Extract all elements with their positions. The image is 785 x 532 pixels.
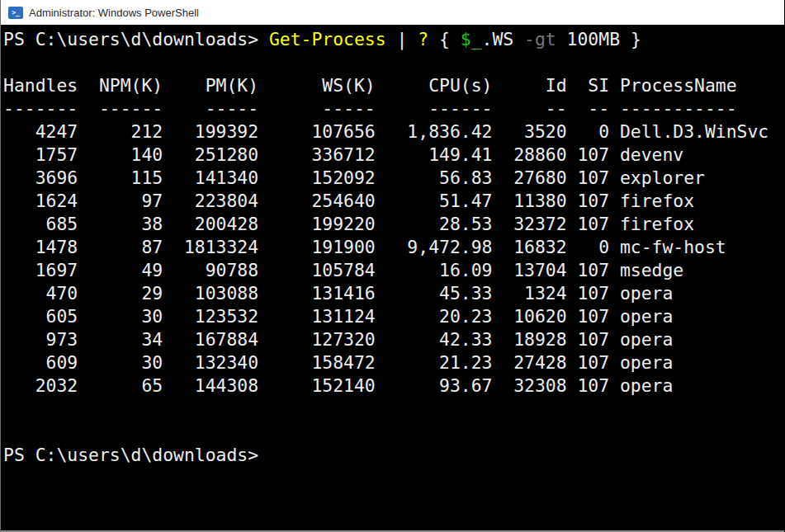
- command-segment-default: PS C:\users\d\downloads>: [3, 29, 269, 49]
- table-row-line: 470 29 103088 131416 45.33 1324 107 oper…: [3, 282, 784, 305]
- table-row-line: 1757 140 251280 336712 149.41 28860 107 …: [3, 144, 784, 167]
- table-row-line: 1697 49 90788 105784 16.09 13704 107 mse…: [3, 259, 784, 282]
- table-row-line: 973 34 167884 127320 42.33 18928 107 ope…: [3, 328, 784, 351]
- table-header-line: Handles NPM(K) PM(K) WS(K) CPU(s) Id SI …: [3, 74, 784, 97]
- blank-line: [3, 398, 784, 421]
- table-row-line: 2032 65 144308 152140 93.67 32308 107 op…: [3, 374, 784, 398]
- blank-line: [3, 51, 784, 74]
- table-row-line: 1478 87 1813324 191900 9,472.98 16832 0 …: [3, 236, 784, 259]
- title-bar[interactable]: >_ Administrator: Windows PowerShell: [1, 0, 784, 25]
- window-title: Administrator: Windows PowerShell: [29, 7, 199, 19]
- command-segment-default: 100MB }: [556, 29, 641, 49]
- powershell-window: >_ Administrator: Windows PowerShell PS …: [0, 0, 784, 532]
- prompt-line: PS C:\users\d\downloads>: [3, 444, 784, 467]
- command-line: PS C:\users\d\downloads> Get-Process | ?…: [3, 28, 784, 51]
- command-segment-parameter: -gt: [524, 29, 556, 49]
- table-row-line: 605 30 123532 131124 20.23 10620 107 ope…: [3, 305, 784, 328]
- command-segment-default: |: [386, 29, 419, 49]
- table-row-line: 1624 97 223804 254640 51.47 11380 107 fi…: [3, 190, 784, 213]
- terminal-console[interactable]: PS C:\users\d\downloads> Get-Process | ?…: [1, 25, 784, 530]
- command-segment-variable: $_: [461, 29, 482, 49]
- table-row-line: 4247 212 199392 107656 1,836.42 3520 0 D…: [3, 120, 784, 144]
- table-row-line: 685 38 200428 199220 28.53 32372 107 fir…: [3, 213, 784, 236]
- command-segment-default: .WS: [482, 29, 525, 49]
- table-underline-line: ------- ------ ----- ----- ------ -- -- …: [3, 97, 784, 120]
- table-row-line: 609 30 132340 158472 21.23 27428 107 ope…: [3, 351, 784, 374]
- command-segment-command: ?: [418, 29, 428, 49]
- blank-line: [3, 421, 784, 444]
- powershell-icon: >_: [8, 7, 23, 19]
- command-segment-default: {: [428, 29, 461, 49]
- command-segment-command: Get-Process: [269, 29, 386, 49]
- table-row-line: 3696 115 141340 152092 56.83 27680 107 e…: [3, 167, 784, 190]
